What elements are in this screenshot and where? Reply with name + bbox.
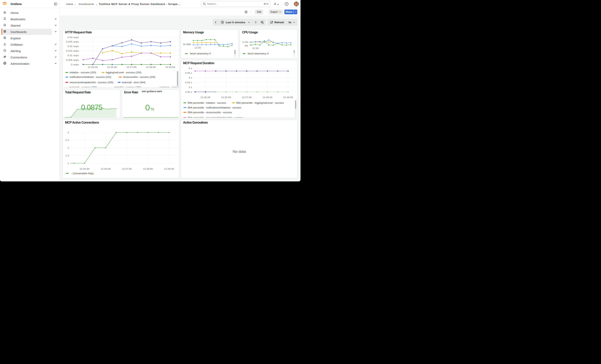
svg-text:95th percentile - notification: 95th percentile - notifications/initiali… [188,106,241,109]
svg-text:initialize - success (200): initialize - success (200) [70,71,96,74]
svg-text:2: 2 [68,147,69,149]
svg-text:0%: 0% [245,44,248,47]
svg-text:12:27:00: 12:27:00 [242,96,252,98]
svg-text:tools/list - success (200): tools/list - success (200) [114,86,141,88]
svg-text:tools/call - error (404): tools/call - error (404) [122,81,145,84]
svg-text:tools/call - success (200): tools/call - success (200) [70,86,97,88]
svg-text:95th percentile - logging/setL: 95th percentile - logging/setLevel - suc… [236,101,284,104]
svg-text:12:28:00: 12:28:00 [262,96,272,98]
svg-text:notifications/initialized - su: notifications/initialized - success (202… [70,76,111,79]
svg-text:12:25:00: 12:25:00 [88,66,98,68]
svg-text:12:25: 12:25 [195,46,201,49]
svg-text:95th percentile - initialize -: 95th percentile - initialize - success [188,101,226,104]
svg-text:?: ? [286,3,287,5]
svg-text:1: 1 [68,162,69,164]
svg-text:12:29:00: 12:29:00 [164,167,174,170]
svg-text:unknown - success (200): unknown - success (200) [159,86,179,88]
svg-text:0.005 req/s: 0.005 req/s [66,59,79,61]
svg-text:0.2%: 0.2% [242,41,248,43]
svg-text:12:28:00: 12:28:00 [146,66,156,68]
svg-text:3.50 s: 3.50 s [185,81,192,84]
svg-text:5 s: 5 s [189,67,192,69]
svg-text:4.50 s: 4.50 s [185,71,192,74]
svg-text:0 req/s: 0 req/s [71,63,79,66]
svg-text:12:26:00: 12:26:00 [101,167,111,170]
svg-text:12:27:00: 12:27:00 [127,66,137,68]
svg-text:0.025 req/s: 0.025 req/s [66,40,79,43]
svg-text:logging/setLevel - success (20: logging/setLevel - success (200) [106,71,141,74]
svg-text:12:28:00: 12:28:00 [143,167,153,170]
svg-text:12:25:00: 12:25:00 [80,167,90,170]
svg-text:0.03 req/s: 0.03 req/s [68,36,79,39]
svg-text:- (streamable-http): - (streamable-http) [71,172,94,175]
svg-text:95th percentile - resources/te: 95th percentile - resources/templates/li… [188,117,243,118]
svg-text:3: 3 [68,131,69,134]
svg-text:12:26:00: 12:26:00 [107,66,117,68]
svg-text:0.0875: 0.0875 [81,103,102,112]
svg-text:1.5: 1.5 [65,154,69,157]
svg-text:0.02 req/s: 0.02 req/s [68,45,79,48]
svg-text:0: 0 [145,103,150,112]
svg-text:2.5: 2.5 [65,139,69,141]
svg-text:12:27:00: 12:27:00 [122,167,132,170]
svg-text:%: % [150,107,154,111]
svg-text:12:29:00: 12:29:00 [165,66,175,68]
svg-text:fetch-telemetry-0: fetch-telemetry-0 [190,52,211,55]
svg-text:12:29:00: 12:29:00 [283,96,293,98]
svg-text:4 s: 4 s [189,76,192,79]
svg-text:resources/list - success (200): resources/list - success (200) [123,76,155,79]
svg-text:3 s: 3 s [189,86,192,89]
svg-text:12:26:00: 12:26:00 [221,96,231,98]
svg-text:resources/templates/list - suc: resources/templates/list - success (200) [70,81,113,84]
svg-text:0.01 req/s: 0.01 req/s [68,54,79,57]
svg-text:fetch-telemetry-0: fetch-telemetry-0 [248,52,269,55]
svg-text:95th percentile - resources/li: 95th percentile - resources/list - succe… [188,111,232,114]
svg-text:12:25: 12:25 [252,47,259,49]
svg-text:2.50 s: 2.50 s [185,91,192,93]
svg-text:16 MiB: 16 MiB [183,43,191,46]
svg-text:12:25:00: 12:25:00 [200,96,210,98]
svg-text:0.015 req/s: 0.015 req/s [66,49,79,52]
